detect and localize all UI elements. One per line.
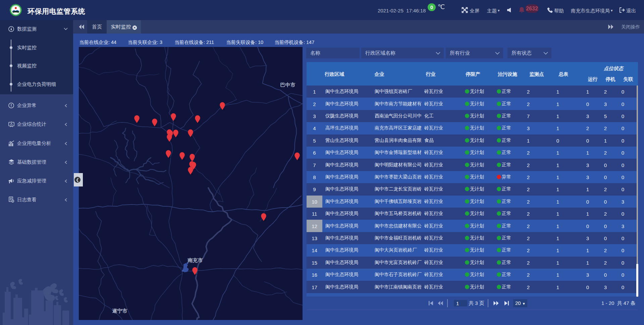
svg-text:遂宁市: 遂宁市 [112,308,127,314]
svg-text:南充市: 南充市 [187,257,203,263]
svg-text:巴中市: 巴中市 [280,82,296,88]
